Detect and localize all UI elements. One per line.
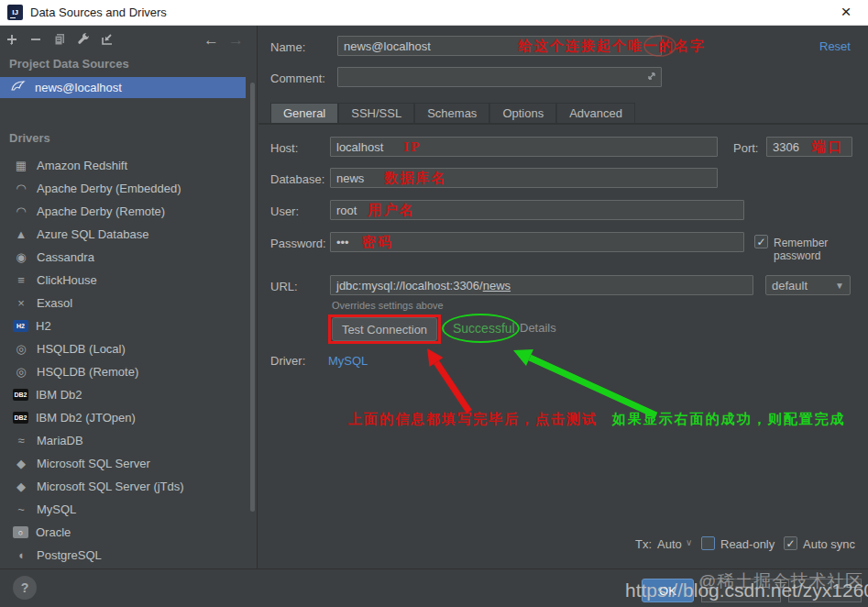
close-icon[interactable]: × <box>833 0 859 25</box>
host-value: localhost <box>336 140 383 154</box>
title-bar: IJ Data Sources and Drivers × <box>0 0 868 26</box>
read-only-checkbox[interactable] <box>701 536 715 550</box>
name-annotation: 给这个连接起个唯一的名字 <box>519 38 706 55</box>
tx-dropdown[interactable]: Auto <box>657 537 682 551</box>
auto-sync-label: Auto sync <box>803 537 855 551</box>
driver-value-link[interactable]: MySQL <box>328 354 368 368</box>
driver-item[interactable]: ~ MySQL <box>0 498 246 521</box>
h2-badge-icon: H2 <box>13 320 28 332</box>
driver-item-label: ClickHouse <box>37 273 97 287</box>
back-arrow-icon[interactable]: ← <box>203 31 219 50</box>
import-icon[interactable] <box>95 28 119 50</box>
driver-item[interactable]: ▲ Azure SQL Database <box>0 223 246 246</box>
caption-red-text: 上面的信息都填写完毕后，点击测试 <box>348 412 598 426</box>
selected-source-label: news@localhost <box>35 81 122 94</box>
driver-item[interactable]: DB2 IBM Db2 (JTOpen) <box>0 406 246 429</box>
tab-options[interactable]: Options <box>489 103 556 124</box>
chevron-down-icon: ▼ <box>835 281 844 291</box>
driver-item[interactable]: ○ Oracle <box>0 521 246 544</box>
driver-item[interactable]: × Exasol <box>0 292 246 315</box>
test-connection-button[interactable]: Test Connection <box>332 317 437 341</box>
expand-icon[interactable] <box>646 71 657 84</box>
derby-hat-icon: ◠ <box>13 204 29 218</box>
forward-arrow-icon: → <box>228 31 244 50</box>
connection-result-label: Successful <box>453 321 515 336</box>
driver-item[interactable]: ◠ Apache Derby (Embedded) <box>0 177 246 200</box>
user-value: root <box>336 204 357 217</box>
oracle-icon: ○ <box>13 526 28 538</box>
database-label: Database: <box>270 172 324 186</box>
driver-item-label: Microsoft SQL Server <box>37 457 150 470</box>
tab-advanced[interactable]: Advanced <box>556 103 635 124</box>
driver-item[interactable]: H2 H2 <box>0 315 246 337</box>
postgresql-elephant-icon: ◖ <box>13 548 29 562</box>
wrench-icon[interactable] <box>71 28 95 50</box>
user-annotation: 用户名 <box>368 202 414 219</box>
database-input[interactable]: news 数据库名 <box>330 168 718 188</box>
driver-item[interactable]: ▦ Amazon Redshift <box>0 154 246 177</box>
azure-icon: ▲ <box>13 227 29 241</box>
driver-item-label: PostgreSQL <box>37 548 102 562</box>
port-input[interactable]: 3306 端口 <box>766 137 852 157</box>
remember-password-checkbox[interactable] <box>754 235 768 248</box>
details-link[interactable]: Details <box>520 321 556 335</box>
name-input[interactable]: news@localhost 给这个连接起个唯一的名字 <box>337 36 662 56</box>
url-hint: Overrides settings above <box>332 300 444 311</box>
duplicate-icon[interactable] <box>48 28 71 50</box>
port-value: 3306 <box>773 140 799 154</box>
cassandra-eye-icon: ◉ <box>13 250 29 264</box>
driver-item[interactable]: ◆ Microsoft SQL Server <box>0 452 246 475</box>
url-database-part: news <box>483 279 511 292</box>
password-value: ••• <box>336 236 349 249</box>
password-input[interactable]: ••• 密码 <box>330 232 744 252</box>
host-label: Host: <box>270 141 298 155</box>
data-sources-dialog: IJ Data Sources and Drivers × ← → <box>0 0 868 607</box>
hsqldb-icon: ◎ <box>13 365 29 379</box>
password-annotation: 密码 <box>362 234 393 251</box>
intellij-logo-icon: IJ <box>7 5 23 20</box>
remember-password-label: Remember password <box>774 237 868 262</box>
user-input[interactable]: root 用户名 <box>330 200 744 220</box>
driver-item-label: HSQLDB (Local) <box>37 342 126 356</box>
url-input[interactable]: jdbc:mysql://localhost:3306/news <box>330 275 753 295</box>
sidebar-scrollbar[interactable] <box>250 83 255 512</box>
add-icon[interactable] <box>0 28 24 50</box>
redshift-icon: ▦ <box>13 159 29 172</box>
name-label: Name: <box>270 40 305 54</box>
driver-item[interactable]: DB2 IBM Db2 <box>0 383 246 406</box>
sidebar-toolbar: ← → <box>0 28 257 51</box>
help-button[interactable]: ? <box>13 576 37 600</box>
hsqldb-icon: ◎ <box>13 342 29 356</box>
reset-link[interactable]: Reset <box>819 39 851 53</box>
url-prefix: jdbc:mysql://localhost:3306/ <box>336 279 483 292</box>
driver-item-label: Exasol <box>37 296 72 310</box>
mysql-dolphin-icon: ~ <box>13 502 29 516</box>
host-input[interactable]: localhost IP <box>330 137 718 157</box>
comment-input[interactable] <box>337 67 662 87</box>
driver-item-label: HSQLDB (Remote) <box>37 365 138 379</box>
auto-sync-checkbox[interactable] <box>784 536 797 550</box>
tab-ssh-ssl[interactable]: SSH/SSL <box>338 103 414 124</box>
driver-item[interactable]: ◠ Apache Derby (Remote) <box>0 200 246 223</box>
driver-item-label: Amazon Redshift <box>37 159 127 172</box>
sidebar-item-news-localhost[interactable]: news@localhost <box>0 77 246 98</box>
driver-item[interactable]: ◎ HSQLDB (Local) <box>0 337 246 360</box>
driver-item[interactable]: ◉ Cassandra <box>0 246 246 269</box>
db2-badge-icon: DB2 <box>13 412 28 424</box>
read-only-label: Read-only <box>720 537 775 551</box>
url-preset-dropdown[interactable]: default ▼ <box>765 275 851 295</box>
db2-badge-icon: DB2 <box>13 389 28 401</box>
clickhouse-bars-icon: ≡ <box>13 273 29 287</box>
driver-item[interactable]: ◖ PostgreSQL <box>0 544 246 567</box>
driver-item-label: MySQL <box>37 502 76 516</box>
driver-item-label: H2 <box>36 319 51 333</box>
driver-item[interactable]: ◆ Microsoft SQL Server (jTds) <box>0 475 246 498</box>
drivers-header: Drivers <box>9 131 50 145</box>
tab-general[interactable]: General <box>270 103 338 124</box>
dialog-footer: ? OK @稀土掘金技术社区 https://blog.csdn.net/zyx… <box>0 568 868 607</box>
remove-icon[interactable] <box>24 28 48 50</box>
tab-schemas[interactable]: Schemas <box>414 103 489 124</box>
driver-item[interactable]: ◎ HSQLDB (Remote) <box>0 360 246 383</box>
driver-item[interactable]: ≡ ClickHouse <box>0 269 246 292</box>
driver-item[interactable]: ≈ MariaDB <box>0 429 246 452</box>
